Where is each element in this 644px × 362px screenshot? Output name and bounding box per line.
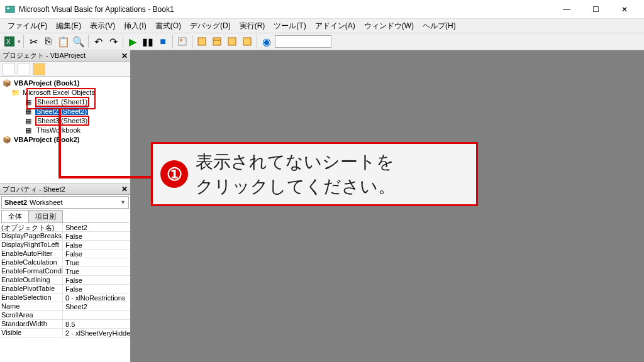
svg-rect-0 — [6, 6, 14, 13]
property-value[interactable] — [63, 311, 130, 319]
tree-thisworkbook[interactable]: ▦ThisWorkbook — [0, 125, 130, 134]
property-value[interactable]: False — [63, 241, 130, 249]
property-value[interactable]: 0 - xlNoRestrictions — [63, 293, 130, 302]
redo-icon[interactable]: ↷ — [106, 35, 120, 48]
property-row[interactable]: DisplayPageBreaksFalse — [0, 232, 130, 241]
maximize-button[interactable]: ☐ — [581, 0, 610, 19]
app-icon — [5, 4, 15, 14]
menu-view[interactable]: 表示(V) — [86, 19, 119, 33]
property-value[interactable]: 8.5 — [63, 320, 130, 328]
tree-sheet2[interactable]: ▦Sheet2 (Sheet2) — [0, 106, 130, 116]
property-grid[interactable]: (オブジェクト名)Sheet2DisplayPageBreaksFalseDis… — [0, 223, 130, 362]
property-value[interactable]: False — [63, 276, 130, 284]
tree-sheet1[interactable]: ▦Sheet1 (Sheet1) — [0, 97, 130, 106]
tree-excel-objects[interactable]: 📁Microsoft Excel Objects — [0, 87, 130, 97]
dropdown-icon: ▼ — [120, 199, 126, 206]
property-name: Name — [0, 302, 63, 310]
property-name: EnablePivotTable — [0, 285, 63, 293]
property-row[interactable]: ScrollArea — [0, 311, 130, 320]
property-value[interactable]: False — [63, 250, 130, 258]
property-value[interactable]: 2 - xlSheetVeryHidden▾ — [63, 329, 130, 337]
menu-addins[interactable]: アドイン(A) — [311, 19, 359, 33]
property-row[interactable]: EnableSelection0 - xlNoRestrictions — [0, 293, 130, 302]
break-icon[interactable]: ▮▮ — [141, 35, 155, 48]
view-code-icon[interactable] — [3, 63, 15, 75]
property-row[interactable]: EnablePivotTableFalse — [0, 285, 130, 293]
menu-format[interactable]: 書式(O) — [152, 19, 185, 33]
undo-icon[interactable]: ↶ — [91, 35, 105, 48]
tree-vbaproject-book2[interactable]: 📦VBAProject (Book2) — [0, 134, 130, 144]
project-panel-close-icon[interactable]: ✕ — [121, 52, 128, 60]
annotation-number: ① — [160, 160, 188, 188]
svg-rect-9 — [228, 38, 236, 45]
reset-icon[interactable]: ■ — [156, 35, 170, 48]
property-name: EnableSelection — [0, 293, 63, 302]
object-browser-icon[interactable] — [225, 35, 239, 48]
properties-icon[interactable] — [210, 35, 224, 48]
property-row[interactable]: EnableCalculationTrue — [0, 258, 130, 267]
menu-run[interactable]: 実行(R) — [236, 19, 269, 33]
property-name: (オブジェクト名) — [0, 223, 63, 231]
property-row[interactable]: StandardWidth8.5 — [0, 320, 130, 329]
property-value[interactable]: True — [63, 258, 130, 266]
property-row[interactable]: NameSheet2 — [0, 302, 130, 311]
tab-all[interactable]: 全体 — [1, 210, 29, 222]
property-row[interactable]: Visible2 - xlSheetVeryHidden▾ — [0, 329, 130, 337]
property-name: EnableCalculation — [0, 258, 63, 266]
property-name: EnableFormatConditionsCalculation — [0, 267, 63, 275]
view-object-icon[interactable] — [18, 63, 30, 75]
run-icon[interactable]: ▶ — [126, 35, 140, 48]
project-tree[interactable]: 📦VBAProject (Book1) 📁Microsoft Excel Obj… — [0, 77, 130, 184]
minimize-button[interactable]: ― — [552, 0, 581, 19]
design-mode-icon[interactable] — [175, 35, 189, 48]
toggle-folders-icon[interactable] — [33, 63, 45, 75]
find-icon[interactable]: 🔍 — [72, 35, 86, 48]
property-value[interactable]: Sheet2 — [63, 223, 130, 231]
svg-rect-6 — [198, 38, 206, 45]
object-name: Sheet2 — [4, 199, 27, 206]
property-row[interactable]: EnableOutliningFalse — [0, 276, 130, 285]
object-selector[interactable]: Sheet2 Worksheet ▼ — [1, 196, 129, 209]
project-panel-title: プロジェクト - VBAProject — [3, 51, 86, 60]
window-title: Microsoft Visual Basic for Applications … — [19, 5, 552, 14]
property-name: Visible — [0, 329, 63, 337]
property-row[interactable]: DisplayRightToLeftFalse — [0, 241, 130, 250]
property-name: DisplayPageBreaks — [0, 232, 63, 240]
menu-file[interactable]: ファイル(F) — [4, 19, 51, 33]
annotation-text: 表示されてないシートを クリックしてください。 — [196, 150, 396, 199]
excel-icon[interactable]: X — [3, 35, 16, 48]
menu-help[interactable]: ヘルプ(H) — [419, 19, 460, 33]
property-row[interactable]: EnableAutoFilterFalse — [0, 250, 130, 258]
tab-categorized[interactable]: 項目別 — [28, 210, 63, 222]
svg-rect-1 — [7, 8, 9, 9]
copy-icon[interactable]: ⎘ — [42, 35, 55, 48]
property-tabs: 全体 項目別 — [1, 210, 129, 223]
svg-text:X: X — [6, 38, 11, 45]
menu-tools[interactable]: ツール(T) — [270, 19, 309, 33]
menu-window[interactable]: ウィンドウ(W) — [360, 19, 418, 33]
toolbox-icon[interactable] — [240, 35, 254, 48]
cut-icon[interactable]: ✂ — [26, 35, 40, 48]
svg-rect-7 — [213, 38, 221, 45]
annotation-connector — [58, 176, 153, 178]
dropdown-icon[interactable]: ▾ — [18, 38, 21, 45]
help-icon[interactable]: ◉ — [260, 35, 274, 48]
close-button[interactable]: ✕ — [610, 0, 639, 19]
property-value[interactable]: False — [63, 285, 130, 293]
menu-debug[interactable]: デバッグ(D) — [186, 19, 235, 33]
properties-panel-title: プロパティ - Sheet2 — [3, 185, 65, 194]
tree-vbaproject-book1[interactable]: 📦VBAProject (Book1) — [0, 78, 130, 87]
project-explorer-icon[interactable] — [195, 35, 209, 48]
property-value[interactable]: True — [63, 267, 130, 275]
paste-icon[interactable]: 📋 — [57, 35, 70, 48]
toolbar-combo[interactable] — [275, 35, 331, 48]
property-row[interactable]: EnableFormatConditionsCalculationTrue — [0, 267, 130, 276]
properties-panel-close-icon[interactable]: ✕ — [121, 185, 128, 194]
property-row[interactable]: (オブジェクト名)Sheet2 — [0, 223, 130, 232]
tree-sheet3[interactable]: ▦Sheet3 (Sheet3) — [0, 116, 130, 125]
property-value[interactable]: False — [63, 232, 130, 240]
menu-insert[interactable]: 挿入(I) — [120, 19, 150, 33]
property-value[interactable]: Sheet2 — [63, 302, 130, 310]
project-panel-header: プロジェクト - VBAProject ✕ — [0, 50, 130, 62]
menu-edit[interactable]: 編集(E) — [52, 19, 85, 33]
